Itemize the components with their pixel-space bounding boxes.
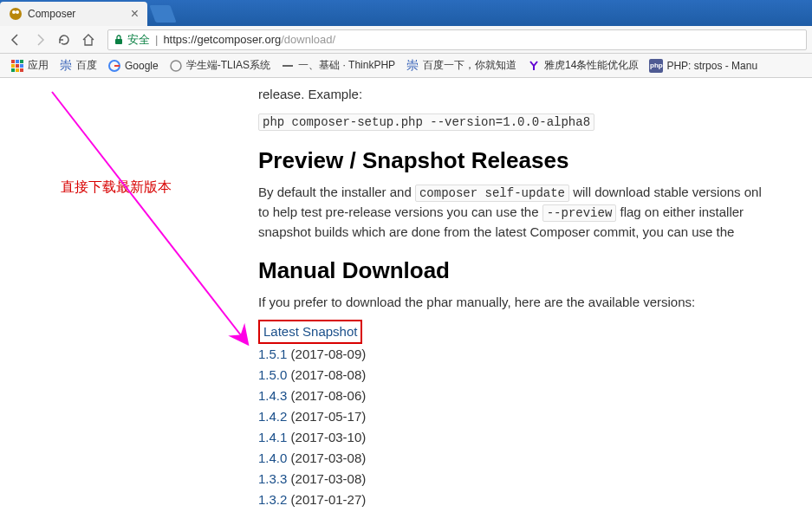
version-row: 1.4.0 (2017-03-08) — [258, 448, 812, 469]
svg-rect-11 — [16, 68, 19, 72]
bookmark-item[interactable]: 崇 百度一下，你就知道 — [400, 56, 522, 75]
yahoo-icon — [527, 59, 541, 73]
svg-rect-9 — [20, 64, 23, 68]
version-row: 1.3.2 (2017-01-27) — [258, 489, 812, 510]
apps-label: 应用 — [28, 58, 49, 73]
version-row: 1.3.3 (2017-03-08) — [258, 469, 812, 489]
nav-bar: 安全 | https://getcomposer.org/download/ — [0, 26, 812, 54]
svg-rect-10 — [11, 68, 15, 72]
version-list: Latest Snapshot 1.5.1 (2017-08-09)1.5.0 … — [258, 320, 812, 510]
bookmark-label: 雅虎14条性能优化原 — [544, 58, 639, 73]
version-date: (2017-08-06) — [287, 388, 366, 403]
svg-rect-5 — [16, 60, 19, 63]
bookmark-item[interactable]: Google — [102, 56, 164, 75]
apps-icon — [10, 59, 24, 73]
bookmark-label: Google — [125, 60, 159, 72]
version-link[interactable]: 1.3.2 — [258, 492, 287, 507]
svg-rect-4 — [11, 60, 15, 63]
bookmark-label: PHP: strpos - Manu — [666, 60, 757, 72]
version-link[interactable]: 1.5.1 — [258, 347, 287, 361]
version-row: 1.5.1 (2017-08-09) — [258, 344, 812, 365]
bookmark-item[interactable]: 崇 百度 — [54, 56, 102, 75]
home-button[interactable] — [78, 29, 99, 50]
bookmark-item[interactable]: php PHP: strpos - Manu — [644, 56, 763, 75]
svg-point-2 — [16, 10, 19, 14]
baidu-icon: 崇 — [59, 59, 73, 73]
bookmark-label: 学生端-TLIAS系统 — [186, 58, 270, 73]
url-path: /download/ — [281, 33, 335, 46]
lock-icon — [114, 35, 124, 45]
bookmark-label: 一、基础 · ThinkPHP — [298, 58, 395, 73]
version-link[interactable]: 1.4.1 — [258, 430, 287, 444]
svg-rect-3 — [115, 39, 122, 44]
page-content: release. Example: php composer-setup.php… — [0, 78, 812, 525]
version-date: (2017-03-08) — [287, 450, 366, 465]
manual-intro: If you prefer to download the phar manua… — [258, 293, 812, 313]
version-link[interactable]: 1.4.2 — [258, 409, 287, 424]
generic-icon — [169, 59, 183, 73]
forward-button[interactable] — [29, 29, 50, 50]
version-date: (2017-05-17) — [287, 409, 366, 424]
svg-point-0 — [10, 8, 22, 20]
tab-bar: Composer × — [0, 0, 812, 26]
line-icon — [281, 59, 295, 73]
version-row: 1.4.1 (2017-03-10) — [258, 427, 812, 448]
apps-button[interactable]: 应用 — [5, 56, 54, 75]
bookmark-item[interactable]: 学生端-TLIAS系统 — [164, 56, 276, 75]
version-date: (2017-08-09) — [287, 347, 366, 361]
code-example: php composer-setup.php --version=1.0.0-a… — [258, 113, 594, 131]
close-icon[interactable]: × — [131, 6, 139, 22]
browser-tab[interactable]: Composer × — [0, 2, 147, 26]
url-separator: | — [155, 33, 158, 46]
tab-title: Composer — [28, 8, 75, 20]
secure-label: 安全 — [127, 32, 150, 48]
bookmark-bar: 应用 崇 百度 Google 学生端-TLIAS系统 一、基础 · ThinkP… — [0, 54, 812, 78]
version-link[interactable]: 1.4.3 — [258, 388, 287, 403]
bookmark-label: 百度 — [76, 58, 97, 73]
intro-text: release. Example: — [258, 85, 812, 105]
svg-point-14 — [171, 61, 181, 71]
version-date: (2017-03-10) — [287, 430, 366, 444]
google-icon — [107, 59, 121, 73]
svg-point-1 — [12, 10, 16, 14]
heading-preview: Preview / Snapshot Releases — [258, 147, 812, 174]
version-link[interactable]: 1.5.0 — [258, 367, 287, 382]
version-date: (2017-08-08) — [287, 367, 366, 382]
preview-paragraph: By default the installer and composer se… — [258, 183, 812, 243]
baidu-icon: 崇 — [406, 59, 419, 73]
version-row: 1.4.2 (2017-05-17) — [258, 406, 812, 427]
annotation-text: 直接下载最新版本 — [61, 178, 172, 197]
code-self-update: composer self-update — [415, 185, 569, 202]
svg-rect-7 — [11, 64, 15, 68]
new-tab-button[interactable] — [149, 5, 176, 23]
version-row: 1.5.0 (2017-08-08) — [258, 365, 812, 386]
bookmark-item[interactable]: 雅虎14条性能优化原 — [522, 56, 644, 75]
svg-rect-6 — [20, 60, 23, 63]
heading-manual: Manual Download — [258, 257, 812, 284]
bookmark-item[interactable]: 一、基础 · ThinkPHP — [276, 56, 400, 75]
reload-button[interactable] — [54, 29, 75, 50]
latest-snapshot-link[interactable]: Latest Snapshot — [263, 324, 357, 339]
latest-snapshot-highlight: Latest Snapshot — [258, 320, 362, 344]
version-date: (2017-01-27) — [287, 492, 366, 507]
latest-snapshot-row: Latest Snapshot — [258, 320, 812, 344]
code-preview-flag: --preview — [542, 204, 617, 222]
version-link[interactable]: 1.4.0 — [258, 450, 287, 465]
composer-icon — [9, 7, 23, 21]
svg-rect-8 — [16, 64, 19, 68]
version-date: (2017-03-08) — [287, 471, 366, 486]
version-row: 1.4.3 (2017-08-06) — [258, 386, 812, 406]
url-base: https://getcomposer.org — [163, 33, 281, 46]
svg-rect-12 — [20, 68, 23, 72]
url-bar[interactable]: 安全 | https://getcomposer.org/download/ — [107, 29, 807, 50]
bookmark-label: 百度一下，你就知道 — [423, 58, 516, 73]
version-link[interactable]: 1.3.3 — [258, 471, 287, 486]
back-button[interactable] — [5, 29, 26, 50]
php-icon: php — [649, 59, 663, 73]
